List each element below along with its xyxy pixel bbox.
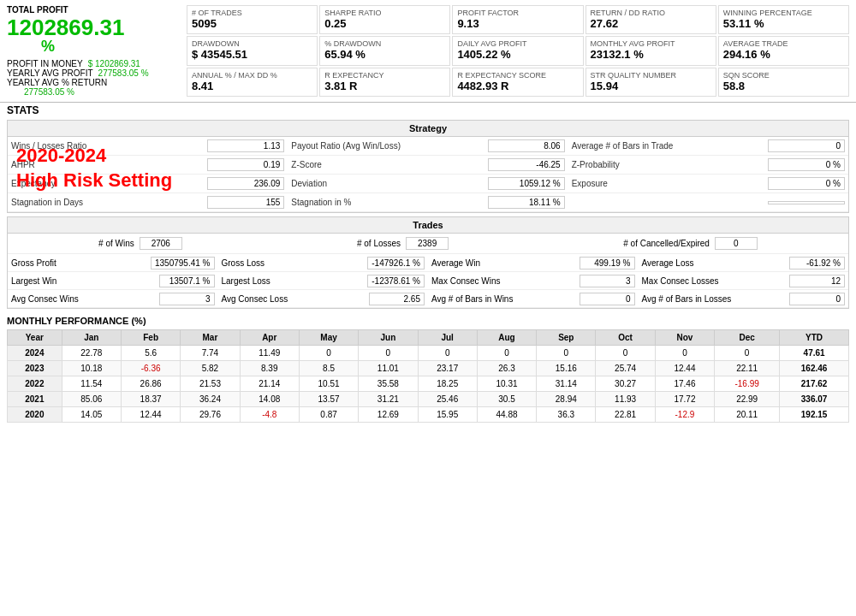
- trade-label: Avg # of Bars in Losses: [642, 294, 790, 304]
- trade-label: Avg Consec Wins: [11, 294, 159, 304]
- stat-value-10: 8.41: [192, 80, 312, 92]
- monthly-year: 2023: [8, 361, 62, 376]
- monthly-cell: 22.11: [715, 361, 780, 376]
- trade-value: 499.19 %: [580, 257, 635, 270]
- stat-cell-14: SQN SCORE58.8: [718, 68, 849, 97]
- monthly-cell: 15.95: [418, 407, 477, 423]
- trade-value: 12: [789, 275, 845, 287]
- monthly-cell: 0: [715, 346, 780, 361]
- trades-top-item: # of Cancelled/Expired0: [623, 237, 758, 250]
- monthly-col-header: Jul: [418, 330, 477, 346]
- monthly-cell: 11.54: [62, 376, 121, 392]
- monthly-cell: 20.11: [715, 407, 780, 423]
- stat-value-0: 5095: [192, 17, 312, 30]
- trades-col-0: Gross Profit1350795.41 %Largest Win13507…: [8, 254, 218, 308]
- stat-value-13: 15.94: [591, 80, 711, 92]
- monthly-cell: 21.53: [181, 376, 240, 392]
- trade-row: Largest Win13507.1 %: [8, 272, 218, 290]
- monthly-col-header: Jan: [62, 330, 121, 346]
- trade-label: Largest Loss: [222, 276, 368, 286]
- strategy-row-label: Average # of Bars in Trade: [572, 141, 768, 151]
- strategy-col1: Wins / Losses Ratio1.13AHPR0.19Expectanc…: [8, 137, 288, 212]
- strategy-row-value: 18.11 %: [488, 196, 565, 209]
- stats-grid: # OF TRADES5095SHARPE RATIO0.25PROFIT FA…: [187, 5, 849, 97]
- trade-row: Gross Loss-147926.1 %: [218, 254, 429, 272]
- stat-value-2: 9.13: [457, 17, 578, 30]
- strategy-row-value: 8.06: [488, 139, 565, 152]
- stat-label-5: DRAWDOWN: [192, 39, 312, 48]
- stat-value-12: 4482.93 R: [457, 80, 578, 92]
- stat-value-9: 294.16 %: [723, 48, 844, 61]
- monthly-cell: 22.81: [596, 407, 655, 423]
- strategy-header: Strategy: [8, 121, 848, 137]
- trade-value: 0: [580, 293, 635, 305]
- monthly-cell: 22.78: [62, 346, 121, 361]
- monthly-cell: 17.46: [655, 376, 714, 392]
- trades-col-1: Gross Loss-147926.1 %Largest Loss-12378.…: [218, 254, 429, 308]
- stat-label-13: STR QUALITY NUMBER: [591, 71, 711, 80]
- monthly-cell: 31.21: [359, 392, 418, 407]
- monthly-cell: 13.57: [299, 392, 358, 407]
- strategy-row-label: Stagnation in %: [291, 198, 487, 207]
- total-profit-block: TOTAL PROFIT 1202869.31 % PROFIT IN MONE…: [7, 5, 187, 97]
- monthly-ytd: 192.15: [780, 407, 849, 423]
- trade-row: Average Win499.19 %: [428, 254, 639, 272]
- trade-row: Avg # of Bars in Losses0: [639, 290, 849, 308]
- trade-value: -12378.61 %: [367, 275, 425, 287]
- trades-top-label: # of Wins: [98, 239, 134, 248]
- monthly-cell: 0: [596, 346, 655, 361]
- strategy-row-value: [768, 201, 845, 204]
- stat-label-6: % DRAWDOWN: [324, 39, 445, 48]
- trade-value: 13507.1 %: [159, 275, 215, 287]
- trades-top-value: 2706: [140, 237, 182, 250]
- strategy-row-label: Z-Probability: [572, 160, 768, 169]
- monthly-cell: 11.93: [596, 392, 655, 407]
- stat-value-14: 58.8: [723, 80, 844, 92]
- strategy-row: Deviation1059.12 %: [288, 175, 568, 193]
- stat-label-9: AVERAGE TRADE: [723, 39, 844, 48]
- stat-cell-6: % DRAWDOWN65.94 %: [319, 36, 450, 65]
- trades-top-label: # of Losses: [357, 239, 401, 248]
- trade-value: 0: [789, 293, 845, 305]
- stat-cell-4: WINNING PERCENTAGE53.11 %: [718, 5, 849, 34]
- monthly-cell: 11.49: [240, 346, 299, 361]
- trade-row: Average Loss-61.92 %: [639, 254, 849, 272]
- trade-label: Max Consec Wins: [431, 276, 580, 286]
- monthly-cell: 0: [299, 346, 358, 361]
- monthly-cell: 8.39: [240, 361, 299, 376]
- monthly-cell: 35.58: [359, 376, 418, 392]
- trades-top-item: # of Wins2706: [98, 237, 182, 250]
- trade-row: Avg Consec Wins3: [8, 290, 218, 308]
- monthly-cell: 10.18: [62, 361, 121, 376]
- monthly-cell: 22.99: [715, 392, 780, 407]
- stat-cell-0: # OF TRADES5095: [187, 5, 318, 34]
- trades-data-grid: Gross Profit1350795.41 %Largest Win13507…: [8, 254, 848, 308]
- monthly-cell: 26.86: [121, 376, 180, 392]
- monthly-year: 2024: [8, 346, 62, 361]
- strategy-body: Wins / Losses Ratio1.13AHPR0.19Expectanc…: [8, 137, 848, 212]
- monthly-cell: 0.87: [299, 407, 358, 423]
- stat-label-0: # OF TRADES: [192, 9, 312, 17]
- stat-cell-7: DAILY AVG PROFIT1405.22 %: [452, 36, 583, 65]
- stat-label-10: ANNUAL % / MAX DD %: [192, 71, 312, 80]
- stat-label-3: RETURN / DD RATIO: [591, 9, 711, 17]
- stat-label-8: MONTHLY AVG PROFIT: [591, 39, 711, 48]
- stat-cell-10: ANNUAL % / MAX DD %8.41: [187, 68, 318, 97]
- monthly-cell: 10.31: [477, 376, 536, 392]
- monthly-cell: 0: [418, 346, 477, 361]
- monthly-col-header: Apr: [240, 330, 299, 346]
- monthly-cell: 21.14: [240, 376, 299, 392]
- stat-value-4: 53.11 %: [723, 17, 844, 30]
- monthly-ytd: 336.07: [780, 392, 849, 407]
- monthly-cell: 12.69: [359, 407, 418, 423]
- stat-label-7: DAILY AVG PROFIT: [457, 39, 578, 48]
- monthly-cell: 7.74: [181, 346, 240, 361]
- stat-cell-12: R EXPECTANCY SCORE4482.93 R: [452, 68, 583, 97]
- strategy-row-value: 0 %: [768, 158, 845, 171]
- monthly-section: MONTHLY PERFORMANCE (%) YearJanFebMarApr…: [7, 312, 849, 423]
- strategy-row-value: 155: [207, 196, 284, 209]
- monthly-cell: 36.24: [181, 392, 240, 407]
- trades-header: Trades: [8, 217, 848, 234]
- strategy-row: AHPR0.19: [8, 156, 288, 175]
- monthly-row: 202185.0618.3736.2414.0813.5731.2125.463…: [8, 392, 849, 407]
